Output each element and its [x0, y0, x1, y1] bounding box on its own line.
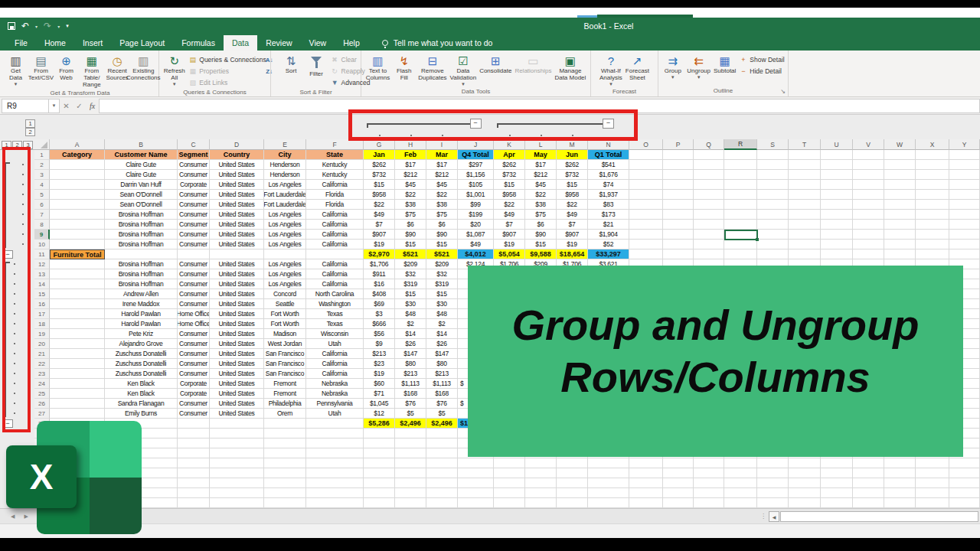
- cell-k1[interactable]: Apr: [494, 150, 525, 160]
- cell-m9[interactable]: $907: [557, 230, 588, 240]
- cell-x3[interactable]: [916, 170, 949, 180]
- cell-p10[interactable]: [663, 240, 694, 249]
- cell-a22[interactable]: [50, 359, 105, 369]
- cell-c29[interactable]: [178, 429, 210, 439]
- cell-d11[interactable]: [210, 249, 264, 259]
- column-header-t[interactable]: T: [789, 139, 821, 150]
- ribbon-button-group[interactable]: ⇉Group▼: [660, 52, 685, 86]
- cell-f23[interactable]: California: [306, 369, 364, 379]
- cell-m6[interactable]: $22: [557, 200, 588, 210]
- cell-e9[interactable]: Los Angeles: [264, 230, 306, 240]
- cell-w11[interactable]: [884, 249, 916, 259]
- cell-d26[interactable]: United States: [210, 399, 264, 409]
- cell-p4[interactable]: [663, 180, 694, 190]
- cell-i27[interactable]: $5: [426, 409, 458, 419]
- cell-p5[interactable]: [663, 190, 694, 200]
- cell-p11[interactable]: [663, 249, 694, 259]
- cell-j6[interactable]: $99: [458, 200, 494, 210]
- cell-e28[interactable]: [264, 419, 306, 429]
- cell-k32[interactable]: [494, 458, 525, 468]
- tab-formulas[interactable]: Formulas: [173, 35, 224, 51]
- cell-i16[interactable]: $30: [426, 299, 458, 309]
- cell-r2[interactable]: [724, 160, 757, 170]
- cell-j3[interactable]: $1,156: [458, 170, 494, 180]
- ribbon-button-filter[interactable]: Filter: [304, 52, 329, 88]
- selected-cell-r9[interactable]: [724, 230, 758, 240]
- cell-g18[interactable]: $666: [364, 319, 395, 329]
- cell-e10[interactable]: Los Angeles: [264, 240, 306, 249]
- cell-g14[interactable]: $16: [364, 279, 395, 289]
- cell-y32[interactable]: [949, 458, 980, 468]
- cell-e23[interactable]: San Francisco: [264, 369, 306, 379]
- cell-r35[interactable]: [724, 488, 757, 498]
- cell-k36[interactable]: [494, 498, 525, 508]
- cell-c25[interactable]: Corporate: [178, 389, 210, 399]
- cell-k6[interactable]: $22: [494, 200, 525, 210]
- scrollbar-splitter[interactable]: ⋮: [760, 513, 767, 520]
- cell-j34[interactable]: [458, 478, 494, 488]
- cell-m7[interactable]: $49: [557, 210, 588, 220]
- cell-i5[interactable]: $22: [426, 190, 458, 200]
- cell-b9[interactable]: Brosina Hoffman: [105, 230, 178, 240]
- cell-h20[interactable]: $26: [395, 339, 426, 349]
- cell-g32[interactable]: [364, 458, 395, 468]
- cell-f1[interactable]: State: [306, 150, 364, 160]
- row-header-23[interactable]: 23: [34, 369, 50, 379]
- cell-o7[interactable]: [629, 210, 663, 220]
- cell-k4[interactable]: $15: [494, 180, 525, 190]
- row-header-24[interactable]: 24: [34, 379, 50, 389]
- column-header-h[interactable]: H: [395, 139, 426, 150]
- cell-s32[interactable]: [757, 458, 789, 468]
- cell-g23[interactable]: $19: [364, 369, 395, 379]
- cell-u5[interactable]: [821, 190, 853, 200]
- cell-d12[interactable]: United States: [210, 259, 264, 269]
- row-header-15[interactable]: 15: [34, 289, 50, 299]
- cell-y34[interactable]: [949, 478, 980, 488]
- cell-i32[interactable]: [426, 458, 458, 468]
- cell-j2[interactable]: $297: [458, 160, 494, 170]
- cell-q11[interactable]: [694, 249, 724, 259]
- row-header-18[interactable]: 18: [34, 319, 50, 329]
- cell-s3[interactable]: [757, 170, 789, 180]
- column-header-k[interactable]: K: [494, 139, 525, 150]
- cell-l3[interactable]: $212: [525, 170, 557, 180]
- cell-p6[interactable]: [663, 200, 694, 210]
- cell-h33[interactable]: [395, 468, 426, 478]
- cell-s5[interactable]: [757, 190, 789, 200]
- cell-g29[interactable]: [364, 429, 395, 439]
- cell-h2[interactable]: $17: [395, 160, 426, 170]
- column-header-s[interactable]: S: [757, 139, 789, 150]
- cell-y8[interactable]: [949, 220, 980, 230]
- cell-h5[interactable]: $22: [395, 190, 426, 200]
- cell-h16[interactable]: $30: [395, 299, 426, 309]
- cell-a10[interactable]: [50, 240, 105, 249]
- cell-b1[interactable]: Customer Name: [105, 150, 178, 160]
- ribbon-button-get-data[interactable]: ▥Get Data▼: [3, 52, 28, 89]
- cell-g33[interactable]: [364, 468, 395, 478]
- cell-l1[interactable]: May: [525, 150, 557, 160]
- cell-b19[interactable]: Pete Kriz: [105, 329, 178, 339]
- cell-c24[interactable]: Corporate: [178, 379, 210, 389]
- row-header-5[interactable]: 5: [34, 190, 50, 200]
- cell-q8[interactable]: [694, 220, 724, 230]
- cell-m2[interactable]: $262: [557, 160, 588, 170]
- cell-g24[interactable]: $60: [364, 379, 395, 389]
- cell-w1[interactable]: [884, 150, 916, 160]
- cell-f4[interactable]: California: [306, 180, 364, 190]
- cell-e17[interactable]: Fort Worth: [264, 309, 306, 319]
- cell-p2[interactable]: [663, 160, 694, 170]
- cell-x1[interactable]: [916, 150, 949, 160]
- cell-k33[interactable]: [494, 468, 525, 478]
- cell-g36[interactable]: [364, 498, 395, 508]
- cell-e7[interactable]: Los Angeles: [264, 210, 306, 220]
- cell-b3[interactable]: Claire Gute: [105, 170, 178, 180]
- cell-a11[interactable]: Furniture Total: [50, 249, 105, 259]
- cell-j1[interactable]: Q4 Total: [458, 150, 494, 160]
- row-header-3[interactable]: 3: [34, 170, 50, 180]
- cell-x32[interactable]: [916, 458, 949, 468]
- cell-d24[interactable]: United States: [210, 379, 264, 389]
- row-header-10[interactable]: 10: [34, 240, 50, 249]
- cell-d7[interactable]: United States: [210, 210, 264, 220]
- cell-t6[interactable]: [789, 200, 821, 210]
- column-header-g[interactable]: G: [364, 139, 395, 150]
